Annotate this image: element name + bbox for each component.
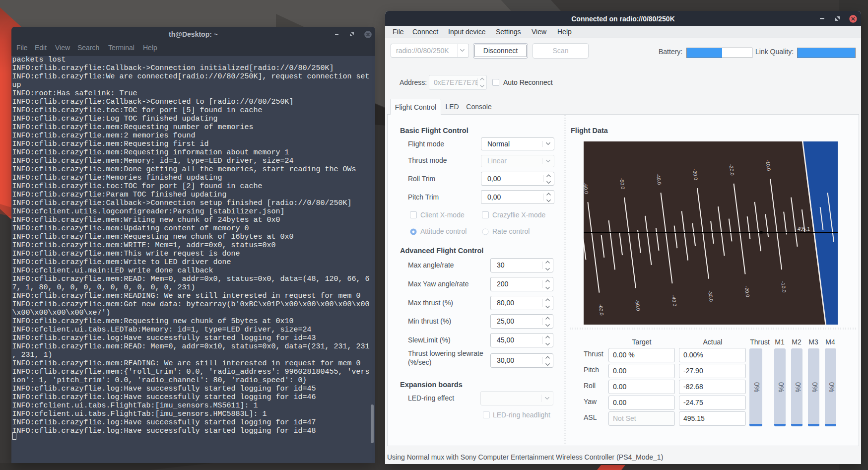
svg-text:-60.0: -60.0 <box>584 182 589 194</box>
svg-text:495.1: 495.1 <box>798 226 810 232</box>
